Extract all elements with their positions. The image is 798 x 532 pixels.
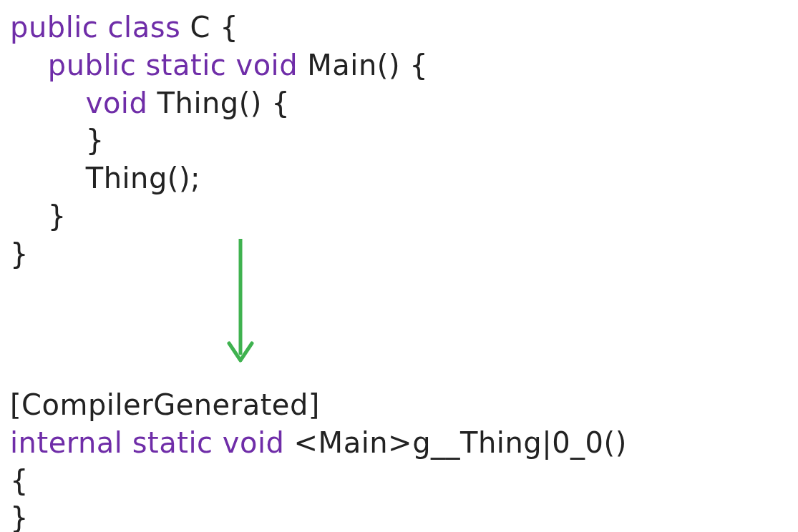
code-text: } [10, 200, 67, 232]
code-text: } [10, 124, 104, 157]
keyword: public static void [48, 49, 298, 82]
code-text: } [10, 501, 29, 532]
indent [10, 87, 86, 119]
code-text: { [10, 464, 29, 497]
keyword: public class [10, 11, 180, 44]
code-text: Thing() { [147, 87, 290, 119]
code-text: <Main>g__Thing|0_0() [284, 426, 626, 459]
code-text: Main() { [298, 49, 428, 82]
code-text: [CompilerGenerated] [10, 388, 320, 421]
keyword: void [86, 87, 148, 119]
keyword: internal static void [10, 426, 284, 459]
indent [10, 49, 48, 82]
code-text: C { [180, 11, 238, 44]
code-text: } [10, 237, 29, 270]
code-text: Thing(); [10, 162, 200, 194]
code-block-top: public class C { public static void Main… [0, 0, 798, 532]
